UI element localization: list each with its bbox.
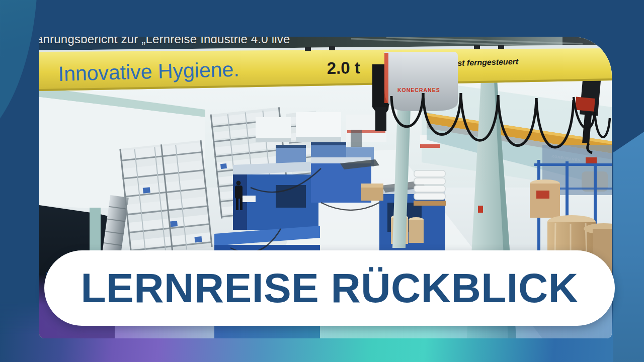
thumbnail-canvas: ENGEL bbox=[0, 0, 644, 362]
banner-title: LERNREISE RÜCKBLICK bbox=[81, 267, 579, 309]
video-caption: ahrungsbericht zur „Lernreise Industrie … bbox=[39, 37, 290, 46]
crane-capacity-label: 2.0 t bbox=[327, 58, 360, 77]
hoist-brand-text: KONECRANES bbox=[397, 87, 440, 93]
title-banner: LERNREISE RÜCKBLICK bbox=[44, 250, 615, 326]
crane-slogan-text: Innovative Hygiene. bbox=[58, 58, 239, 85]
crane-remote-note: ist ferngesteuert bbox=[455, 57, 519, 67]
right-accent-panel bbox=[613, 132, 644, 362]
corner-accent-blob bbox=[0, 0, 38, 151]
